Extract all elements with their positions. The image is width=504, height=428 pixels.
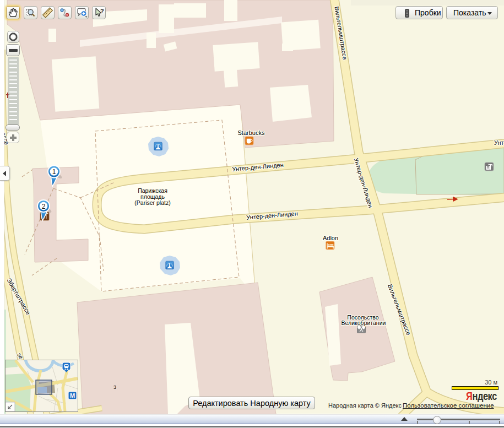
svg-text:Великобритании: Великобритании [342,319,386,326]
svg-text:M: M [70,392,75,399]
svg-text:Starbucks: Starbucks [238,129,265,136]
svg-text:1: 1 [52,168,56,176]
svg-text:Adlon: Adlon [323,235,338,241]
svg-text:Унтер-ден-Линден: Унтер-ден-Линден [494,139,504,146]
svg-text:3: 3 [113,384,116,390]
svg-text:?: ? [100,8,104,14]
svg-text:(Pariser platz): (Pariser platz) [134,199,170,206]
svg-text:2: 2 [42,203,46,210]
